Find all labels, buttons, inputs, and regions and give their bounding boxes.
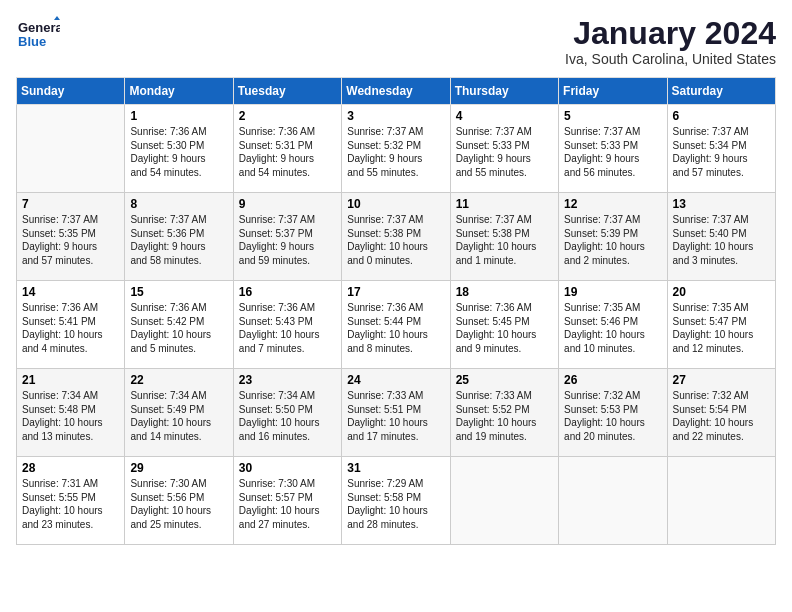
day-info: Sunset: 5:56 PM	[130, 491, 227, 505]
day-info: Sunrise: 7:30 AM	[130, 477, 227, 491]
day-info: Sunrise: 7:35 AM	[673, 301, 770, 315]
day-info: Sunset: 5:31 PM	[239, 139, 336, 153]
day-cell: 29Sunrise: 7:30 AMSunset: 5:56 PMDayligh…	[125, 457, 233, 545]
day-info: Sunset: 5:48 PM	[22, 403, 119, 417]
day-number: 18	[456, 285, 553, 299]
day-info: Daylight: 10 hours	[564, 328, 661, 342]
day-info: Sunset: 5:43 PM	[239, 315, 336, 329]
day-cell: 2Sunrise: 7:36 AMSunset: 5:31 PMDaylight…	[233, 105, 341, 193]
day-number: 2	[239, 109, 336, 123]
day-info: Daylight: 10 hours	[239, 504, 336, 518]
day-info: and 5 minutes.	[130, 342, 227, 356]
day-number: 10	[347, 197, 444, 211]
day-info: and 16 minutes.	[239, 430, 336, 444]
month-title: January 2024	[565, 16, 776, 51]
day-info: Sunset: 5:36 PM	[130, 227, 227, 241]
day-info: Daylight: 10 hours	[456, 416, 553, 430]
day-info: Sunset: 5:51 PM	[347, 403, 444, 417]
day-info: Daylight: 9 hours	[456, 152, 553, 166]
day-number: 31	[347, 461, 444, 475]
day-info: Daylight: 10 hours	[673, 240, 770, 254]
day-number: 24	[347, 373, 444, 387]
day-info: and 14 minutes.	[130, 430, 227, 444]
day-cell: 26Sunrise: 7:32 AMSunset: 5:53 PMDayligh…	[559, 369, 667, 457]
day-number: 25	[456, 373, 553, 387]
day-info: Daylight: 10 hours	[22, 328, 119, 342]
day-cell: 14Sunrise: 7:36 AMSunset: 5:41 PMDayligh…	[17, 281, 125, 369]
week-row-2: 7Sunrise: 7:37 AMSunset: 5:35 PMDaylight…	[17, 193, 776, 281]
svg-marker-1	[54, 16, 60, 20]
day-info: Daylight: 10 hours	[239, 328, 336, 342]
day-info: Sunrise: 7:30 AM	[239, 477, 336, 491]
day-info: Sunset: 5:38 PM	[456, 227, 553, 241]
day-number: 20	[673, 285, 770, 299]
day-info: Sunset: 5:38 PM	[347, 227, 444, 241]
day-info: Sunrise: 7:37 AM	[239, 213, 336, 227]
day-cell: 1Sunrise: 7:36 AMSunset: 5:30 PMDaylight…	[125, 105, 233, 193]
day-cell: 12Sunrise: 7:37 AMSunset: 5:39 PMDayligh…	[559, 193, 667, 281]
day-info: Sunrise: 7:37 AM	[456, 213, 553, 227]
day-info: Daylight: 9 hours	[22, 240, 119, 254]
day-info: Sunset: 5:57 PM	[239, 491, 336, 505]
day-info: Sunrise: 7:37 AM	[130, 213, 227, 227]
day-info: Sunset: 5:37 PM	[239, 227, 336, 241]
day-info: Sunset: 5:35 PM	[22, 227, 119, 241]
day-info: Sunset: 5:45 PM	[456, 315, 553, 329]
day-info: Sunrise: 7:37 AM	[347, 213, 444, 227]
day-info: and 13 minutes.	[22, 430, 119, 444]
day-info: Sunset: 5:33 PM	[456, 139, 553, 153]
day-cell: 15Sunrise: 7:36 AMSunset: 5:42 PMDayligh…	[125, 281, 233, 369]
day-cell: 24Sunrise: 7:33 AMSunset: 5:51 PMDayligh…	[342, 369, 450, 457]
day-cell: 3Sunrise: 7:37 AMSunset: 5:32 PMDaylight…	[342, 105, 450, 193]
day-info: Daylight: 10 hours	[347, 416, 444, 430]
day-info: Daylight: 9 hours	[130, 240, 227, 254]
day-number: 6	[673, 109, 770, 123]
day-cell: 20Sunrise: 7:35 AMSunset: 5:47 PMDayligh…	[667, 281, 775, 369]
day-info: and 57 minutes.	[673, 166, 770, 180]
day-info: Sunrise: 7:37 AM	[673, 213, 770, 227]
day-info: Daylight: 9 hours	[564, 152, 661, 166]
day-number: 22	[130, 373, 227, 387]
day-cell: 31Sunrise: 7:29 AMSunset: 5:58 PMDayligh…	[342, 457, 450, 545]
day-info: and 59 minutes.	[239, 254, 336, 268]
day-info: and 28 minutes.	[347, 518, 444, 532]
day-info: Sunrise: 7:29 AM	[347, 477, 444, 491]
day-info: and 12 minutes.	[673, 342, 770, 356]
day-number: 1	[130, 109, 227, 123]
day-cell: 9Sunrise: 7:37 AMSunset: 5:37 PMDaylight…	[233, 193, 341, 281]
day-cell	[559, 457, 667, 545]
day-info: Daylight: 10 hours	[347, 240, 444, 254]
day-number: 29	[130, 461, 227, 475]
day-info: and 54 minutes.	[239, 166, 336, 180]
day-info: Sunset: 5:39 PM	[564, 227, 661, 241]
day-number: 9	[239, 197, 336, 211]
day-info: Sunrise: 7:36 AM	[22, 301, 119, 315]
day-cell	[667, 457, 775, 545]
day-info: Sunset: 5:46 PM	[564, 315, 661, 329]
day-cell: 11Sunrise: 7:37 AMSunset: 5:38 PMDayligh…	[450, 193, 558, 281]
day-info: Sunset: 5:55 PM	[22, 491, 119, 505]
day-number: 3	[347, 109, 444, 123]
col-header-tuesday: Tuesday	[233, 78, 341, 105]
day-info: Sunset: 5:34 PM	[673, 139, 770, 153]
day-info: Daylight: 10 hours	[130, 504, 227, 518]
day-info: Sunrise: 7:37 AM	[564, 213, 661, 227]
col-header-sunday: Sunday	[17, 78, 125, 105]
day-number: 15	[130, 285, 227, 299]
day-info: Daylight: 10 hours	[130, 328, 227, 342]
day-info: and 20 minutes.	[564, 430, 661, 444]
day-number: 28	[22, 461, 119, 475]
day-cell: 7Sunrise: 7:37 AMSunset: 5:35 PMDaylight…	[17, 193, 125, 281]
day-info: Sunset: 5:54 PM	[673, 403, 770, 417]
location: Iva, South Carolina, United States	[565, 51, 776, 67]
day-info: Sunset: 5:33 PM	[564, 139, 661, 153]
day-info: Daylight: 10 hours	[22, 504, 119, 518]
day-number: 21	[22, 373, 119, 387]
day-number: 4	[456, 109, 553, 123]
title-area: January 2024 Iva, South Carolina, United…	[565, 16, 776, 67]
day-info: Daylight: 9 hours	[239, 152, 336, 166]
svg-text:General: General	[18, 20, 60, 35]
day-number: 12	[564, 197, 661, 211]
day-cell: 27Sunrise: 7:32 AMSunset: 5:54 PMDayligh…	[667, 369, 775, 457]
day-info: Sunrise: 7:36 AM	[347, 301, 444, 315]
